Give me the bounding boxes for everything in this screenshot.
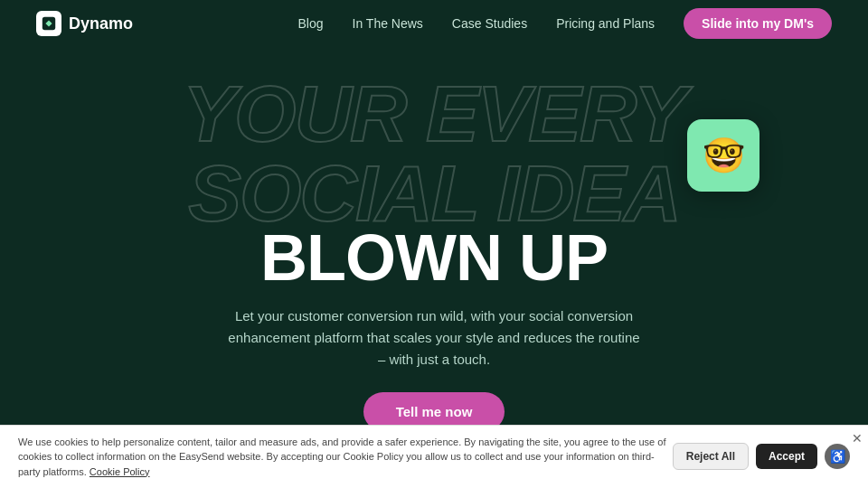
- cookie-close-button[interactable]: ✕: [852, 431, 863, 446]
- hero-robot-mascot: 🤓: [687, 119, 760, 192]
- nav-in-the-news[interactable]: In The News: [353, 16, 423, 31]
- hero-subtitle: Let your customer conversion run wild, w…: [226, 305, 642, 371]
- nav-pricing[interactable]: Pricing and Plans: [556, 16, 655, 31]
- accept-button[interactable]: Accept: [756, 444, 817, 469]
- nav-cta-button[interactable]: Slide into my DM's: [684, 8, 832, 39]
- navbar: Dynamo Blog In The News Case Studies Pri…: [0, 0, 868, 47]
- accessibility-button[interactable]: ♿: [825, 444, 850, 469]
- hero-solid-text: BLOWN UP: [260, 224, 608, 293]
- reject-all-button[interactable]: Reject All: [673, 443, 749, 470]
- nav-links: Blog In The News Case Studies Pricing an…: [297, 8, 832, 39]
- logo-text: Dynamo: [69, 14, 133, 33]
- cookie-policy-link[interactable]: Cookie Policy: [90, 466, 150, 477]
- logo[interactable]: Dynamo: [36, 11, 133, 36]
- nav-blog[interactable]: Blog: [297, 16, 323, 31]
- logo-icon: [36, 11, 61, 36]
- cookie-text: We use cookies to help personalize conte…: [18, 435, 673, 480]
- hero-section: YOUR EVERY SOCIAL IDEA BLOWN UP 🤓 Let yo…: [0, 47, 868, 449]
- nav-case-studies[interactable]: Case Studies: [452, 16, 527, 31]
- cookie-banner: ✕ We use cookies to help personalize con…: [0, 425, 868, 489]
- cookie-buttons: Reject All Accept ♿: [673, 443, 850, 470]
